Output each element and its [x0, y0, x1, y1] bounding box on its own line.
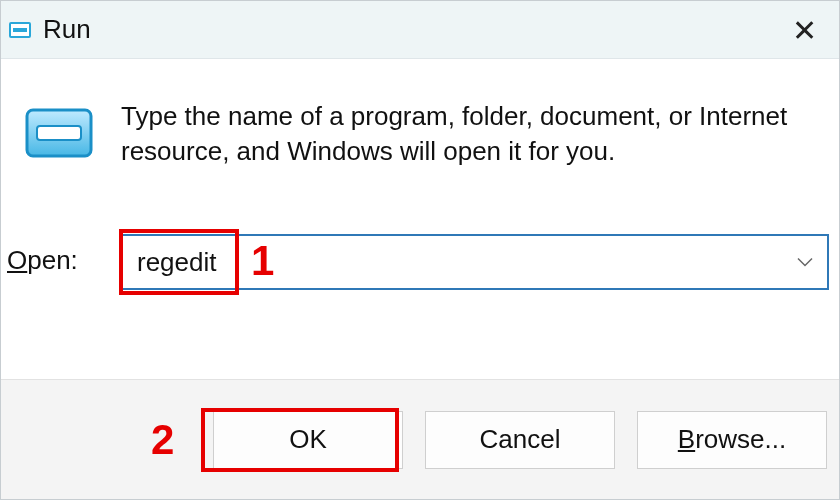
ok-button-label: OK — [289, 424, 327, 455]
dialog-description: Type the name of a program, folder, docu… — [121, 99, 811, 169]
button-bar: OK Cancel Browse... 2 — [1, 379, 839, 499]
close-icon: ✕ — [792, 13, 817, 48]
cancel-button-label: Cancel — [480, 424, 561, 455]
titlebar: Run ✕ — [1, 1, 839, 59]
open-label: Open: — [7, 245, 78, 276]
svg-rect-1 — [13, 28, 27, 32]
annotation-number-2: 2 — [151, 416, 174, 464]
ok-button[interactable]: OK — [213, 411, 403, 469]
svg-rect-3 — [37, 126, 81, 140]
open-combobox-value: regedit — [137, 247, 217, 278]
run-icon — [23, 104, 95, 162]
window-title: Run — [43, 14, 91, 45]
open-combobox[interactable]: regedit — [121, 234, 829, 290]
browse-rest: rowse... — [695, 424, 786, 455]
browse-accesskey: B — [678, 424, 695, 455]
run-dialog: Run ✕ Type the name of a program, folder… — [0, 0, 840, 500]
chevron-down-icon[interactable] — [797, 252, 813, 273]
open-label-accesskey: O — [7, 245, 27, 275]
run-titlebar-icon — [9, 19, 31, 41]
dialog-body: Type the name of a program, folder, docu… — [1, 59, 839, 379]
browse-button[interactable]: Browse... — [637, 411, 827, 469]
close-button[interactable]: ✕ — [769, 1, 839, 59]
cancel-button[interactable]: Cancel — [425, 411, 615, 469]
